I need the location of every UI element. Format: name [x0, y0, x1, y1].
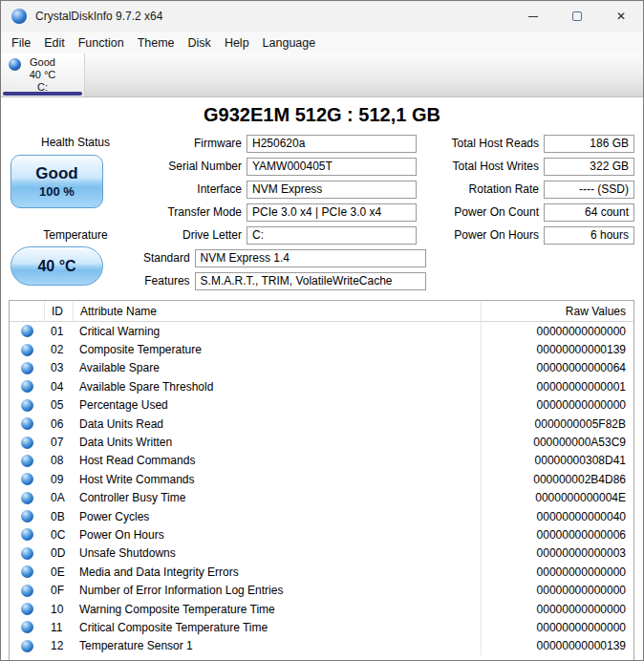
attr-id: 02 [44, 343, 73, 356]
attr-id: 09 [44, 473, 73, 486]
attr-id: 0F [44, 584, 73, 597]
status-dot-cell [10, 507, 44, 525]
attr-raw: 00000000000000 [481, 581, 633, 599]
attr-name: Critical Warning [73, 325, 481, 338]
attr-name: Controller Busy Time [73, 491, 481, 504]
attr-name: Available Spare Threshold [73, 380, 481, 394]
attr-raw: 00000000000000 [481, 396, 633, 415]
field-value: H250620a [247, 135, 417, 153]
status-good-dot-icon [21, 473, 33, 485]
attr-id: 06 [44, 417, 73, 431]
attr-name: Data Units Read [73, 417, 481, 431]
field-value: 64 count [544, 203, 634, 222]
status-dot-cell [10, 433, 44, 451]
status-dot-cell [10, 489, 44, 507]
menu-item-function[interactable]: Function [72, 33, 131, 53]
attr-name: Data Units Written [73, 436, 481, 449]
info-field: Total Host Writes 322 GB [426, 155, 642, 178]
maximize-button[interactable] [555, 1, 599, 32]
attr-raw: 000000002B4D86 [481, 470, 633, 488]
attr-id: 0A [44, 491, 73, 504]
info-field: Interface NVM Express [1, 178, 426, 201]
attr-id: 0C [44, 528, 73, 542]
attr-id: 11 [44, 621, 73, 634]
attr-raw: 0000000005F82B [481, 415, 633, 433]
field-label: Power On Hours [426, 228, 544, 242]
smart-attribute-row[interactable]: 0D Unsafe Shutdowns 00000000000003 [10, 544, 633, 563]
status-good-dot-icon [21, 325, 33, 337]
minimize-button[interactable] [511, 1, 555, 32]
info-field: Standard NVM Express 1.4 [1, 246, 426, 269]
window-title: CrystalDiskInfo 9.7.2 x64 [35, 10, 162, 23]
smart-attribute-row[interactable]: 02 Composite Temperature 00000000000139 [10, 340, 633, 358]
tab-health-status: Good [1, 56, 84, 69]
attr-name: Host Read Commands [73, 454, 481, 467]
menu-item-edit[interactable]: Edit [37, 33, 72, 53]
attr-name: Composite Temperature [73, 343, 481, 356]
field-label: Rotation Rate [426, 182, 544, 196]
smart-attribute-row[interactable]: 06 Data Units Read 0000000005F82B [10, 415, 633, 433]
status-good-dot-icon [21, 528, 33, 541]
attr-raw: 00000000000000 [481, 600, 633, 618]
status-dot-cell [10, 396, 44, 415]
status-good-dot-icon [21, 344, 33, 356]
menu-item-theme[interactable]: Theme [131, 33, 182, 53]
attr-id: 07 [44, 436, 73, 449]
status-dot-cell [10, 452, 44, 470]
smart-attribute-row[interactable]: 10 Warning Composite Temperature Time 00… [10, 600, 633, 618]
smart-attribute-row[interactable]: 0F Number of Error Information Log Entri… [10, 581, 633, 599]
attr-id: 01 [44, 325, 73, 338]
smart-attribute-row[interactable]: 12 Temperature Sensor 1 00000000000139 [10, 637, 633, 655]
menu-item-language[interactable]: Language [256, 33, 323, 53]
col-header-status [10, 301, 44, 321]
status-good-dot-icon [21, 380, 33, 393]
drive-title: G932E1M 512G : 512,1 GB [1, 104, 643, 126]
status-dot-cell [10, 581, 44, 599]
smart-attribute-row[interactable]: 07 Data Units Written 000000000A53C9 [10, 433, 633, 451]
status-dot-cell [10, 359, 44, 377]
attr-id: 04 [44, 380, 73, 394]
smart-attribute-row[interactable]: 08 Host Read Commands 00000000308D41 [10, 452, 633, 470]
smart-attribute-row[interactable]: 03 Available Spare 00000000000064 [10, 359, 633, 377]
smart-table-body: 01 Critical Warning 00000000000000 02 Co… [10, 322, 633, 655]
field-label: Power On Count [426, 205, 544, 219]
smart-attribute-row[interactable]: 0A Controller Busy Time 0000000000004E [10, 489, 633, 507]
info-field: Features S.M.A.R.T., TRIM, VolatileWrite… [1, 269, 426, 292]
status-dot-cell [10, 322, 44, 340]
status-dot-cell [10, 340, 44, 358]
smart-attribute-row[interactable]: 0B Power Cycles 00000000000040 [10, 507, 633, 525]
smart-attribute-row[interactable]: 01 Critical Warning 00000000000000 [10, 322, 633, 340]
attr-id: 10 [44, 603, 73, 616]
maximize-icon [572, 11, 582, 21]
status-dot-cell [10, 377, 44, 395]
menu-item-file[interactable]: File [5, 33, 37, 53]
close-button[interactable]: ✕ [599, 1, 643, 32]
smart-attribute-row[interactable]: 05 Percentage Used 00000000000000 [10, 396, 633, 415]
info-field: Firmware H250620a [1, 132, 426, 155]
status-good-dot-icon [21, 510, 33, 522]
attr-name: Warning Composite Temperature Time [73, 603, 481, 616]
status-good-dot-icon [21, 399, 33, 412]
info-field: Transfer Mode PCIe 3.0 x4 | PCIe 3.0 x4 [1, 201, 426, 224]
field-label: Drive Letter [116, 228, 247, 242]
smart-attribute-row[interactable]: 0E Media and Data Integrity Errors 00000… [10, 563, 633, 581]
col-header-raw: Raw Values [481, 301, 633, 321]
field-value: YAMW000405T [247, 158, 417, 176]
status-good-dot-icon [21, 547, 33, 560]
field-value: C: [247, 226, 417, 245]
menu-item-disk[interactable]: Disk [182, 33, 218, 53]
field-label: Firmware [116, 137, 247, 150]
smart-attribute-row[interactable]: 0C Power On Hours 00000000000006 [10, 525, 633, 544]
drive-tab-text: Good 40 °C C: [1, 56, 84, 94]
field-value: S.M.A.R.T., TRIM, VolatileWriteCache [195, 272, 426, 290]
status-dot-cell [10, 470, 44, 488]
attr-raw: 00000000000139 [481, 340, 633, 358]
menu-item-help[interactable]: Help [218, 33, 256, 53]
smart-attribute-row[interactable]: 09 Host Write Commands 000000002B4D86 [10, 470, 633, 488]
smart-attribute-row[interactable]: 11 Critical Composite Temperature Time 0… [10, 618, 633, 636]
attr-id: 08 [44, 454, 73, 467]
smart-attribute-row[interactable]: 04 Available Spare Threshold 00000000000… [10, 377, 633, 395]
status-good-dot-icon [21, 621, 33, 633]
minimize-icon [528, 16, 538, 17]
drive-tab-c[interactable]: Good 40 °C C: [1, 53, 85, 96]
